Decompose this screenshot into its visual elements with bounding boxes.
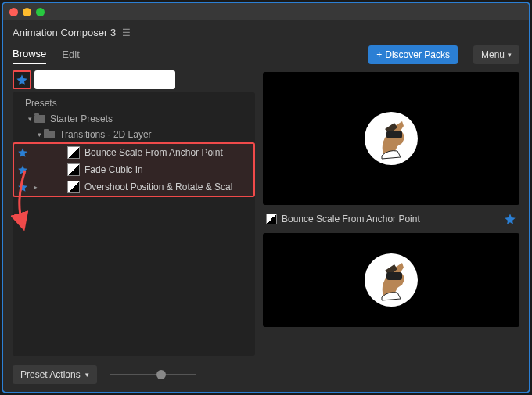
discover-packs-button[interactable]: + Discover Packs (368, 45, 458, 64)
app-window: Animation Composer 3 ☰ Browse Edit + Dis… (2, 2, 530, 393)
preset-label: Bounce Scale From Anchor Point (84, 147, 253, 158)
svg-rect-3 (386, 131, 402, 138)
svg-rect-5 (386, 272, 402, 280)
hamburger-icon[interactable]: ☰ (122, 27, 131, 38)
list-item[interactable]: Bounce Scale From Anchor Point (14, 144, 253, 161)
app-title-bar: Animation Composer 3 ☰ (3, 20, 529, 45)
annotation-highlight: Bounce Scale From Anchor Point Fade Cubi… (13, 142, 255, 197)
chevron-right-icon[interactable]: ▸ (31, 183, 39, 191)
right-panel: Bounce Scale From Anchor Point (263, 70, 519, 356)
search-wrap (34, 70, 255, 89)
chevron-down-icon: ▾ (85, 371, 89, 379)
search-row (13, 70, 255, 89)
left-panel: Presets ▾ Starter Presets ▾ Transitions … (13, 70, 255, 356)
content-area: Presets ▾ Starter Presets ▾ Transitions … (3, 70, 529, 361)
chevron-down-icon: ▾ (34, 131, 44, 138)
menu-button[interactable]: Menu ▾ (473, 45, 519, 64)
app-title: Animation Composer 3 (13, 27, 116, 38)
chevron-down-icon: ▾ (508, 51, 512, 59)
minimize-window-button[interactable] (23, 8, 31, 16)
preview-caption-label: Bounce Scale From Anchor Point (282, 214, 420, 224)
footer-bar: Preset Actions ▾ (3, 361, 529, 392)
maximize-window-button[interactable] (36, 8, 45, 16)
folder-icon (34, 115, 45, 123)
zoom-slider[interactable] (110, 368, 196, 381)
list-item[interactable]: Fade Cubic In (14, 161, 253, 178)
macos-titlebar (3, 3, 529, 20)
preset-actions-button[interactable]: Preset Actions ▾ (13, 365, 97, 384)
plus-icon: + (376, 49, 382, 60)
preset-thumb-icon (67, 181, 80, 193)
favorite-star-icon[interactable] (17, 164, 31, 175)
horse-mascot-icon (360, 107, 422, 170)
folder-icon (44, 131, 55, 138)
tab-edit[interactable]: Edit (62, 45, 79, 63)
preview-tile[interactable] (263, 72, 519, 205)
slider-thumb[interactable] (156, 370, 166, 379)
favorite-star-icon[interactable] (504, 213, 516, 225)
preset-thumb-icon (67, 163, 80, 176)
preset-label: Overshoot Position & Rotate & Scal (84, 181, 253, 192)
favorite-star-icon[interactable] (17, 147, 31, 158)
preset-thumb-icon (67, 146, 80, 159)
tree-transitions-2d[interactable]: ▾ Transitions - 2D Layer (13, 127, 255, 142)
preset-tree: Presets ▾ Starter Presets ▾ Transitions … (13, 92, 255, 356)
chevron-down-icon: ▾ (25, 115, 34, 123)
tab-bar: Browse Edit + Discover Packs Menu ▾ (3, 45, 529, 70)
tree-starter-presets[interactable]: ▾ Starter Presets (13, 111, 255, 127)
favorite-star-icon[interactable] (17, 181, 31, 192)
favorites-filter-button[interactable] (13, 70, 31, 89)
preview-tile[interactable] (263, 233, 519, 327)
tree-root-presets[interactable]: Presets (13, 95, 255, 111)
search-input[interactable] (34, 70, 175, 89)
tab-browse[interactable]: Browse (13, 45, 46, 64)
horse-mascot-icon (360, 249, 422, 311)
preset-thumb-icon (266, 214, 277, 224)
star-icon (16, 74, 28, 86)
preview-caption: Bounce Scale From Anchor Point (263, 211, 519, 227)
list-item[interactable]: ▸ Overshoot Position & Rotate & Scal (14, 178, 253, 196)
close-window-button[interactable] (9, 8, 18, 16)
preset-label: Fade Cubic In (84, 164, 253, 175)
